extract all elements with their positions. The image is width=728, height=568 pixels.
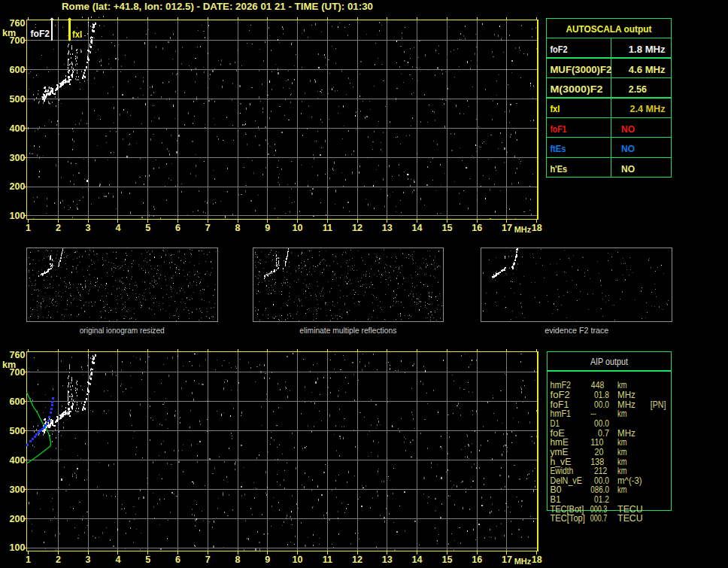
- svg-text:8: 8: [235, 223, 240, 233]
- svg-text:1: 1: [26, 554, 31, 565]
- svg-text:km: km: [617, 484, 626, 495]
- svg-text:17: 17: [502, 223, 512, 233]
- svg-text:18: 18: [532, 223, 542, 233]
- svg-text:760: 760: [9, 18, 25, 29]
- svg-text:foF1: foF1: [550, 124, 566, 135]
- svg-text:AUTOSCALA output: AUTOSCALA output: [566, 24, 651, 35]
- svg-text:7: 7: [205, 223, 211, 233]
- svg-text:10: 10: [292, 554, 302, 565]
- svg-text:17: 17: [502, 554, 512, 565]
- svg-text:TECU: TECU: [617, 513, 643, 524]
- svg-text:3: 3: [86, 223, 91, 233]
- svg-text:500: 500: [9, 426, 25, 436]
- svg-text:16: 16: [472, 554, 482, 565]
- svg-text:4.6 MHz: 4.6 MHz: [629, 65, 666, 75]
- svg-text:9: 9: [265, 554, 270, 565]
- svg-text:15: 15: [441, 554, 452, 565]
- svg-text:6: 6: [175, 554, 180, 565]
- svg-text:00.0: 00.0: [594, 399, 609, 410]
- svg-text:18: 18: [532, 554, 542, 565]
- svg-text:600: 600: [9, 65, 25, 75]
- svg-text:7: 7: [205, 554, 211, 565]
- svg-text:evidence F2 trace: evidence F2 trace: [544, 326, 608, 335]
- svg-text:h'Es: h'Es: [550, 164, 567, 175]
- svg-text:3: 3: [86, 554, 91, 565]
- svg-text:original ionogram resized: original ionogram resized: [80, 326, 165, 335]
- svg-text:200: 200: [9, 181, 25, 192]
- svg-text:ftEs: ftEs: [550, 144, 566, 154]
- svg-text:400: 400: [9, 455, 25, 466]
- svg-text:MUF(3000)F2: MUF(3000)F2: [550, 65, 611, 75]
- svg-text:12: 12: [352, 554, 362, 565]
- svg-text:AIP output: AIP output: [590, 357, 629, 367]
- svg-text:NO: NO: [621, 144, 635, 154]
- svg-text:NO: NO: [621, 164, 635, 175]
- svg-text:12: 12: [352, 223, 362, 233]
- svg-text:[PN]: [PN]: [651, 399, 666, 410]
- svg-text:700: 700: [9, 35, 25, 46]
- svg-text:fxI: fxI: [550, 104, 560, 114]
- svg-text:NO: NO: [621, 124, 635, 135]
- svg-text:11: 11: [323, 554, 332, 565]
- svg-text:000.7: 000.7: [590, 513, 608, 524]
- svg-text:9: 9: [265, 223, 270, 233]
- svg-text:fxI: fxI: [72, 29, 82, 40]
- svg-text:11: 11: [323, 223, 332, 233]
- svg-text:13: 13: [382, 223, 393, 233]
- svg-text:4: 4: [115, 554, 120, 565]
- svg-text:Rome (lat: +41.8, lon: 012.5): Rome (lat: +41.8, lon: 012.5) - DATE: 20…: [62, 2, 373, 12]
- svg-text:MHz: MHz: [514, 225, 532, 234]
- svg-text:700: 700: [9, 367, 25, 378]
- svg-text:15: 15: [441, 223, 452, 233]
- svg-text:eliminate multiple reflections: eliminate multiple reflections: [299, 326, 396, 335]
- svg-text:foF2: foF2: [550, 44, 568, 55]
- svg-text:4: 4: [115, 223, 120, 233]
- svg-text:300: 300: [9, 484, 25, 495]
- svg-text:14: 14: [412, 223, 423, 233]
- svg-text:TEC[Top]: TEC[Top]: [551, 513, 585, 524]
- svg-text:760: 760: [9, 350, 25, 360]
- svg-text:400: 400: [9, 123, 25, 134]
- svg-text:M(3000)F2: M(3000)F2: [550, 84, 602, 95]
- svg-text:2.4 MHz: 2.4 MHz: [630, 104, 666, 114]
- svg-text:13: 13: [382, 554, 393, 565]
- svg-text:600: 600: [9, 396, 25, 407]
- svg-text:8: 8: [235, 554, 240, 565]
- svg-text:1: 1: [26, 223, 31, 233]
- svg-text:MHz: MHz: [514, 557, 532, 566]
- svg-text:2.56: 2.56: [629, 84, 648, 95]
- svg-text:300: 300: [9, 153, 25, 163]
- svg-text:5: 5: [145, 223, 150, 233]
- svg-text:5: 5: [145, 554, 150, 565]
- svg-text:2: 2: [56, 223, 61, 233]
- svg-text:100: 100: [9, 542, 25, 553]
- svg-text:foF2: foF2: [31, 29, 50, 39]
- svg-text:16: 16: [472, 223, 482, 233]
- svg-text:500: 500: [9, 94, 25, 105]
- svg-text:km: km: [617, 409, 626, 419]
- svg-text:14: 14: [412, 554, 423, 565]
- svg-text:100: 100: [9, 211, 25, 221]
- svg-text:6: 6: [175, 223, 180, 233]
- svg-text:200: 200: [9, 514, 25, 524]
- svg-text:2: 2: [56, 554, 61, 565]
- svg-text:1.8 MHz: 1.8 MHz: [629, 44, 666, 55]
- svg-text:10: 10: [292, 223, 302, 233]
